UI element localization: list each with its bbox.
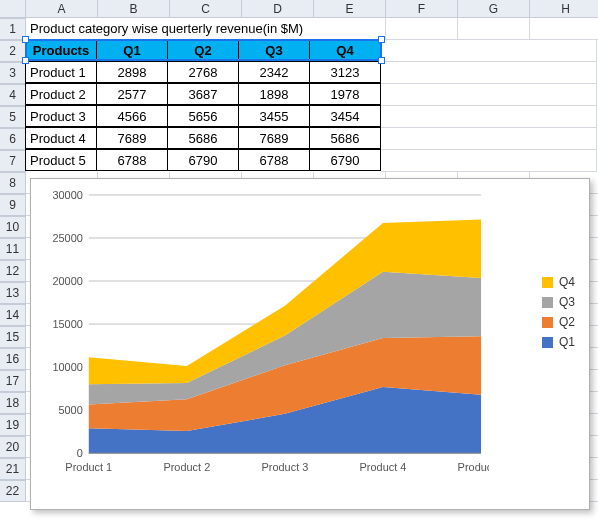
- legend-item: Q3: [542, 295, 575, 309]
- value-cell[interactable]: 2898: [96, 61, 168, 83]
- row-header[interactable]: 15: [0, 326, 26, 348]
- value-cell[interactable]: 3123: [309, 61, 381, 83]
- header-products[interactable]: Products: [25, 39, 97, 61]
- table-row: Product category wise querterly revenue(…: [26, 18, 598, 40]
- legend-item: Q1: [542, 335, 575, 349]
- empty-cell[interactable]: [381, 62, 597, 84]
- column-header[interactable]: H: [530, 0, 598, 18]
- svg-text:25000: 25000: [52, 232, 82, 244]
- empty-cell[interactable]: [530, 18, 598, 40]
- row-header[interactable]: 14: [0, 304, 26, 326]
- row-header[interactable]: 19: [0, 414, 26, 436]
- title-cell[interactable]: Product category wise querterly revenue(…: [26, 18, 386, 40]
- empty-cell[interactable]: [381, 150, 597, 172]
- value-cell[interactable]: 6790: [309, 149, 381, 171]
- empty-cell[interactable]: [458, 18, 530, 40]
- value-cell[interactable]: 2768: [167, 61, 239, 83]
- row-header[interactable]: 12: [0, 260, 26, 282]
- value-cell[interactable]: 6788: [96, 149, 168, 171]
- column-header[interactable]: E: [314, 0, 386, 18]
- table-row: Product 22577368718981978: [26, 84, 598, 106]
- value-cell[interactable]: 3455: [238, 105, 310, 127]
- product-name-cell[interactable]: Product 2: [25, 83, 97, 105]
- row-header[interactable]: 7: [0, 150, 26, 172]
- area-chart: 050001000015000200002500030000Product 1P…: [41, 189, 489, 477]
- value-cell[interactable]: 3454: [309, 105, 381, 127]
- row-header[interactable]: 10: [0, 216, 26, 238]
- spreadsheet: ABCDEFGH 1234567891011121314151617181920…: [0, 0, 598, 530]
- legend-swatch: [542, 297, 553, 308]
- empty-cell[interactable]: [381, 106, 597, 128]
- svg-text:Product 2: Product 2: [163, 461, 210, 473]
- legend-label: Q1: [559, 335, 575, 349]
- column-header[interactable]: B: [98, 0, 170, 18]
- svg-text:30000: 30000: [52, 189, 82, 201]
- selection-handle[interactable]: [22, 36, 29, 43]
- value-cell[interactable]: 3687: [167, 83, 239, 105]
- row-header[interactable]: 16: [0, 348, 26, 370]
- value-cell[interactable]: 1978: [309, 83, 381, 105]
- table-row: Product 47689568676895686: [26, 128, 598, 150]
- header-q1[interactable]: Q1: [96, 39, 168, 61]
- legend-label: Q3: [559, 295, 575, 309]
- row-header[interactable]: 8: [0, 172, 26, 194]
- svg-text:Product 5: Product 5: [458, 461, 489, 473]
- value-cell[interactable]: 5686: [309, 127, 381, 149]
- chart-object[interactable]: 050001000015000200002500030000Product 1P…: [30, 178, 590, 510]
- row-header[interactable]: 4: [0, 84, 26, 106]
- chart-legend: Q4Q3Q2Q1: [542, 269, 575, 355]
- row-header[interactable]: 20: [0, 436, 26, 458]
- selection-handle[interactable]: [378, 36, 385, 43]
- svg-text:10000: 10000: [52, 361, 82, 373]
- svg-text:Product 1: Product 1: [65, 461, 112, 473]
- value-cell[interactable]: 5686: [167, 127, 239, 149]
- column-headers: ABCDEFGH: [0, 0, 598, 18]
- column-header[interactable]: G: [458, 0, 530, 18]
- value-cell[interactable]: 7689: [96, 127, 168, 149]
- column-header[interactable]: A: [26, 0, 98, 18]
- value-cell[interactable]: 4566: [96, 105, 168, 127]
- column-header[interactable]: F: [386, 0, 458, 18]
- row-header[interactable]: 17: [0, 370, 26, 392]
- legend-item: Q2: [542, 315, 575, 329]
- product-name-cell[interactable]: Product 3: [25, 105, 97, 127]
- svg-text:Product 4: Product 4: [360, 461, 407, 473]
- row-header[interactable]: 9: [0, 194, 26, 216]
- row-header[interactable]: 21: [0, 458, 26, 480]
- legend-swatch: [542, 277, 553, 288]
- product-name-cell[interactable]: Product 1: [25, 61, 97, 83]
- value-cell[interactable]: 6788: [238, 149, 310, 171]
- select-all-corner[interactable]: [0, 0, 26, 18]
- row-header[interactable]: 6: [0, 128, 26, 150]
- row-header[interactable]: 18: [0, 392, 26, 414]
- selection-handle[interactable]: [22, 57, 29, 64]
- value-cell[interactable]: 1898: [238, 83, 310, 105]
- value-cell[interactable]: 5656: [167, 105, 239, 127]
- selection-handle[interactable]: [378, 57, 385, 64]
- header-q3[interactable]: Q3: [238, 39, 310, 61]
- empty-cell[interactable]: [381, 84, 597, 106]
- header-q2[interactable]: Q2: [167, 39, 239, 61]
- column-header[interactable]: C: [170, 0, 242, 18]
- table-row: Products Q1 Q2 Q3 Q4: [26, 40, 598, 62]
- value-cell[interactable]: 2342: [238, 61, 310, 83]
- product-name-cell[interactable]: Product 4: [25, 127, 97, 149]
- value-cell[interactable]: 7689: [238, 127, 310, 149]
- row-header[interactable]: 22: [0, 480, 26, 502]
- empty-cell[interactable]: [381, 40, 597, 62]
- table-row: Product 12898276823423123: [26, 62, 598, 84]
- header-q4[interactable]: Q4: [309, 39, 381, 61]
- svg-text:0: 0: [77, 447, 83, 459]
- empty-cell[interactable]: [386, 18, 458, 40]
- column-header[interactable]: D: [242, 0, 314, 18]
- value-cell[interactable]: 2577: [96, 83, 168, 105]
- row-header[interactable]: 13: [0, 282, 26, 304]
- row-header[interactable]: 5: [0, 106, 26, 128]
- product-name-cell[interactable]: Product 5: [25, 149, 97, 171]
- row-header[interactable]: 11: [0, 238, 26, 260]
- table-row: Product 34566565634553454: [26, 106, 598, 128]
- empty-cell[interactable]: [381, 128, 597, 150]
- legend-label: Q4: [559, 275, 575, 289]
- value-cell[interactable]: 6790: [167, 149, 239, 171]
- row-header[interactable]: 3: [0, 62, 26, 84]
